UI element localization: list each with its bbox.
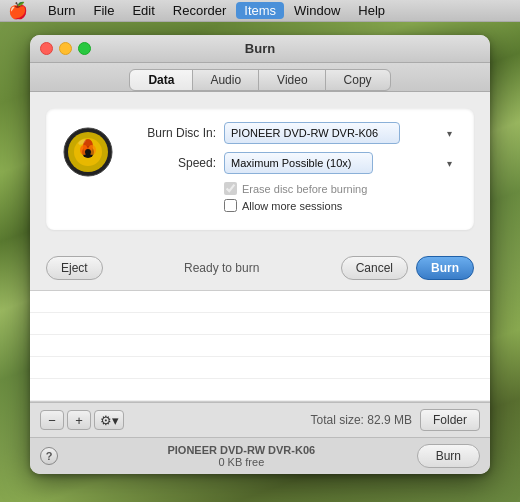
tab-video[interactable]: Video	[258, 69, 326, 91]
form-area: Burn Disc In: PIONEER DVD-RW DVR-K06 Spe…	[126, 122, 458, 216]
tab-data[interactable]: Data	[129, 69, 193, 91]
minimize-button[interactable]	[59, 42, 72, 55]
close-button[interactable]	[40, 42, 53, 55]
burn-bottom-button[interactable]: Burn	[417, 444, 480, 468]
speed-select-wrap: Maximum Possible (10x)	[224, 152, 458, 174]
allow-sessions-row: Allow more sessions	[224, 199, 458, 212]
disc-info: PIONEER DVD-RW DVR-K06 0 KB free	[66, 444, 417, 468]
file-row-4	[30, 357, 490, 379]
tab-copy[interactable]: Copy	[325, 69, 391, 91]
file-row-5	[30, 379, 490, 401]
file-rows	[30, 291, 490, 401]
menu-edit[interactable]: Edit	[124, 2, 162, 19]
disc-free: 0 KB free	[218, 456, 264, 468]
plus-button[interactable]: +	[67, 410, 91, 430]
disc-in-select[interactable]: PIONEER DVD-RW DVR-K06	[224, 122, 400, 144]
allow-sessions-checkbox[interactable]	[224, 199, 237, 212]
file-list-area	[30, 290, 490, 402]
disc-in-select-wrap: PIONEER DVD-RW DVR-K06	[224, 122, 458, 144]
gear-icon: ⚙	[100, 413, 112, 428]
menu-items[interactable]: Items	[236, 2, 284, 19]
menu-items: Burn File Edit Recorder Items Window Hel…	[40, 2, 393, 19]
dvd-icon	[62, 126, 114, 178]
apple-menu[interactable]: 🍎	[8, 1, 28, 20]
file-row-2	[30, 313, 490, 335]
bottom-toolbar: − + ⚙▾ Total size: 82.9 MB Folder	[30, 402, 490, 437]
menu-bar: 🍎 Burn File Edit Recorder Items Window H…	[0, 0, 520, 22]
disc-in-row: Burn Disc In: PIONEER DVD-RW DVR-K06	[126, 122, 458, 144]
status-bar: ? PIONEER DVD-RW DVR-K06 0 KB free Burn	[30, 437, 490, 474]
window-controls	[40, 42, 91, 55]
file-row-3	[30, 335, 490, 357]
menu-window[interactable]: Window	[286, 2, 348, 19]
erase-label: Erase disc before burning	[242, 183, 367, 195]
help-button[interactable]: ?	[40, 447, 58, 465]
burn-panel: Burn Disc In: PIONEER DVD-RW DVR-K06 Spe…	[46, 108, 474, 230]
plus-icon: +	[75, 413, 83, 428]
tab-bar: Data Audio Video Copy	[30, 63, 490, 92]
menu-help[interactable]: Help	[350, 2, 393, 19]
cancel-button[interactable]: Cancel	[341, 256, 408, 280]
menu-recorder[interactable]: Recorder	[165, 2, 234, 19]
help-icon: ?	[46, 450, 53, 462]
gear-button[interactable]: ⚙▾	[94, 410, 124, 430]
title-bar: Burn	[30, 35, 490, 63]
button-row: Eject Ready to burn Cancel Burn	[30, 246, 490, 290]
minus-button[interactable]: −	[40, 410, 64, 430]
total-size: Total size: 82.9 MB	[311, 413, 412, 427]
maximize-button[interactable]	[78, 42, 91, 55]
disc-name: PIONEER DVD-RW DVR-K06	[167, 444, 315, 456]
speed-select[interactable]: Maximum Possible (10x)	[224, 152, 373, 174]
allow-sessions-label: Allow more sessions	[242, 200, 342, 212]
menu-burn[interactable]: Burn	[40, 2, 83, 19]
burn-button[interactable]: Burn	[416, 256, 474, 280]
speed-row: Speed: Maximum Possible (10x)	[126, 152, 458, 174]
disc-in-label: Burn Disc In:	[126, 126, 216, 140]
content-area: Burn Disc In: PIONEER DVD-RW DVR-K06 Spe…	[30, 92, 490, 246]
window-title: Burn	[245, 41, 275, 56]
svg-point-7	[85, 149, 91, 155]
status-text: Ready to burn	[103, 261, 341, 275]
erase-checkbox[interactable]	[224, 182, 237, 195]
menu-file[interactable]: File	[85, 2, 122, 19]
main-window: Burn Data Audio Video Copy	[30, 35, 490, 474]
erase-row: Erase disc before burning	[224, 182, 458, 195]
folder-button[interactable]: Folder	[420, 409, 480, 431]
tab-audio[interactable]: Audio	[191, 69, 260, 91]
minus-icon: −	[48, 413, 56, 428]
speed-label: Speed:	[126, 156, 216, 170]
eject-button[interactable]: Eject	[46, 256, 103, 280]
file-row-1	[30, 291, 490, 313]
